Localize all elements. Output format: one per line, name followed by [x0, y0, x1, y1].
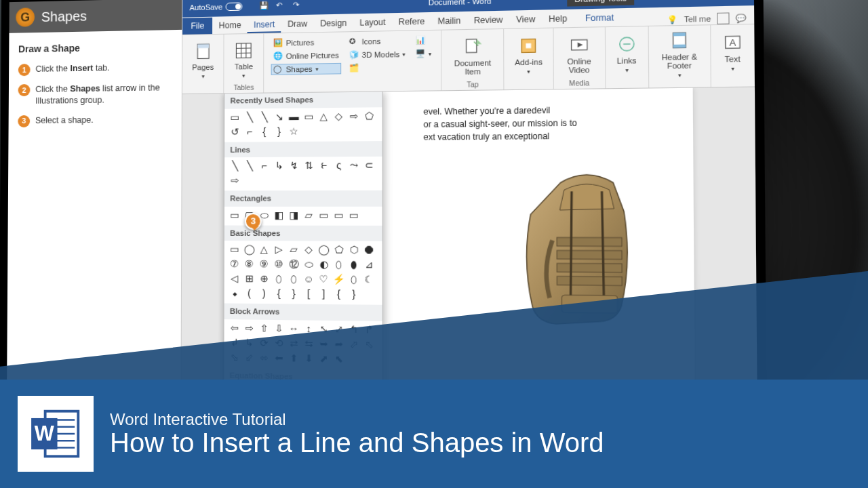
- shape-option[interactable]: ⑫: [288, 258, 300, 270]
- smartart-button[interactable]: 🗂️: [347, 62, 408, 74]
- screenshot-button[interactable]: 🖥️▾: [414, 48, 434, 60]
- shape-option[interactable]: {: [258, 125, 271, 138]
- shape-option[interactable]: ⬯: [273, 273, 285, 285]
- shape-option[interactable]: ▭: [302, 110, 315, 123]
- shape-option[interactable]: ▭: [332, 209, 344, 221]
- tab-file[interactable]: File: [182, 18, 212, 35]
- context-tab-drawing-tools[interactable]: Drawing Tools: [567, 0, 634, 7]
- comments-icon[interactable]: 💬: [736, 14, 747, 23]
- shape-option[interactable]: ⤳: [348, 159, 360, 171]
- minimize-button[interactable]: —: [677, 0, 698, 4]
- shape-option[interactable]: ⬯: [332, 259, 344, 271]
- shape-option[interactable]: ▭: [317, 209, 330, 221]
- shape-option[interactable]: ▱: [302, 209, 315, 221]
- tab-layout[interactable]: Layout: [353, 14, 392, 31]
- tellme-area[interactable]: 💡 Tell me 💬: [667, 12, 754, 26]
- shape-option[interactable]: ⇨: [243, 322, 255, 334]
- shape-option[interactable]: ⬥: [229, 287, 241, 300]
- tab-home[interactable]: Home: [212, 17, 247, 34]
- shape-option[interactable]: ╲: [229, 160, 241, 171]
- shape-option[interactable]: ▭: [229, 243, 241, 256]
- shape-option[interactable]: ▭: [348, 209, 360, 221]
- document-item-button[interactable]: Document Item: [449, 35, 496, 77]
- shape-option[interactable]: ⬡: [348, 244, 360, 256]
- shape-option[interactable]: ⑧: [243, 258, 256, 270]
- shape-option[interactable]: ◧: [273, 209, 285, 221]
- shape-option[interactable]: ⌐: [243, 125, 256, 138]
- shape-option[interactable]: (: [243, 287, 256, 300]
- pages-button[interactable]: Pages ▾: [189, 40, 216, 81]
- shape-option[interactable]: ↘: [273, 110, 285, 123]
- share-icon[interactable]: [717, 12, 729, 24]
- 3d-models-button[interactable]: 🧊3D Models ▾: [347, 49, 408, 61]
- shape-option[interactable]: ]: [317, 288, 330, 300]
- shape-option[interactable]: ╲: [243, 160, 256, 172]
- ribbon-display-icon[interactable]: ▭: [651, 0, 673, 5]
- shape-option[interactable]: ⬠: [332, 244, 344, 256]
- shape-option[interactable]: ⑦: [229, 258, 241, 270]
- links-button[interactable]: Links▾: [613, 32, 641, 75]
- tab-review[interactable]: Review: [467, 12, 509, 29]
- shape-option[interactable]: ☾: [363, 274, 375, 286]
- shape-option[interactable]: ⇅: [302, 160, 315, 172]
- shape-option[interactable]: {: [332, 288, 344, 300]
- shape-option[interactable]: ◯: [317, 244, 330, 256]
- shape-option[interactable]: ◯: [243, 243, 256, 256]
- shape-option[interactable]: ◇: [302, 244, 315, 256]
- shape-option[interactable]: ς: [333, 159, 345, 171]
- shape-option[interactable]: ╲: [258, 111, 271, 123]
- shape-option[interactable]: ▷: [273, 243, 285, 256]
- shape-option[interactable]: ⌐: [258, 160, 271, 172]
- undo-icon[interactable]: ↶: [276, 1, 286, 11]
- shape-option[interactable]: ⚡: [332, 273, 344, 285]
- shape-option[interactable]: ⇧: [258, 322, 270, 334]
- shape-option[interactable]: ◁: [229, 272, 241, 285]
- shape-option[interactable]: ╲: [243, 111, 256, 123]
- shape-option[interactable]: ⬯: [348, 274, 360, 286]
- shape-option[interactable]: ): [258, 287, 270, 300]
- tab-format[interactable]: Format: [578, 9, 620, 27]
- shape-option[interactable]: [: [302, 288, 315, 300]
- shape-option[interactable]: ▬: [288, 110, 300, 123]
- shape-option[interactable]: ⯃: [363, 244, 375, 256]
- pictures-button[interactable]: 🖼️Pictures: [271, 37, 341, 49]
- shape-option[interactable]: ⑨: [258, 258, 270, 270]
- shape-option[interactable]: ☆: [288, 125, 300, 138]
- shape-option[interactable]: ◐: [317, 258, 330, 270]
- tab-help[interactable]: Help: [542, 10, 574, 28]
- shape-option[interactable]: ▱: [288, 244, 300, 256]
- redo-icon[interactable]: ↷: [293, 0, 303, 10]
- shape-option[interactable]: ⇦: [229, 322, 241, 334]
- save-icon[interactable]: 💾: [259, 1, 269, 12]
- online-video-button[interactable]: Online Video: [561, 33, 597, 75]
- addins-button[interactable]: Add-ins▾: [512, 34, 546, 77]
- shape-option[interactable]: ↔: [288, 323, 300, 335]
- autosave-toggle[interactable]: AutoSave: [189, 2, 242, 12]
- shape-option[interactable]: ↯: [288, 160, 300, 172]
- shape-option[interactable]: ◨: [288, 209, 300, 221]
- tab-draw[interactable]: Draw: [281, 16, 314, 33]
- shape-option[interactable]: }: [273, 125, 285, 138]
- shape-option[interactable]: ▭: [229, 111, 241, 123]
- shape-option[interactable]: ⇨: [229, 175, 241, 186]
- chart-button[interactable]: 📊: [414, 35, 434, 46]
- shape-option[interactable]: ↳: [273, 160, 285, 172]
- online-pictures-button[interactable]: 🌐Online Pictures: [271, 49, 341, 62]
- tab-mailin[interactable]: Mailin: [431, 12, 467, 30]
- maximize-button[interactable]: ☐: [703, 0, 725, 3]
- shapes-button[interactable]: ◯Shapes▾: [271, 63, 341, 75]
- tab-view[interactable]: View: [509, 11, 542, 28]
- shape-option[interactable]: ⊕: [258, 273, 270, 285]
- shape-option[interactable]: ⊿: [363, 259, 375, 271]
- shape-option[interactable]: ⬭: [302, 258, 315, 270]
- table-button[interactable]: Table ▾: [231, 39, 256, 81]
- shape-option[interactable]: ⇨: [348, 110, 360, 122]
- shape-option[interactable]: ⊂: [363, 159, 375, 171]
- close-button[interactable]: ✕: [729, 0, 751, 3]
- shape-option[interactable]: }: [348, 288, 360, 300]
- shape-option[interactable]: △: [317, 110, 330, 123]
- tab-refere[interactable]: Refere: [392, 13, 431, 30]
- shape-option[interactable]: ↺: [229, 126, 241, 138]
- header-footer-button[interactable]: Header & Footer▾: [656, 28, 703, 81]
- shape-option[interactable]: ⥼: [317, 160, 330, 172]
